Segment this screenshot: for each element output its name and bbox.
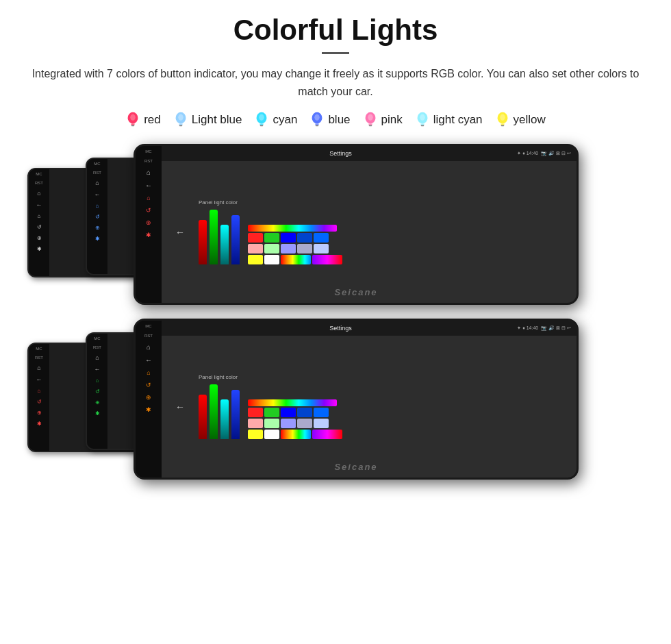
blue-bulb-icon xyxy=(309,111,325,129)
pink-bulb-icon xyxy=(363,111,378,129)
top-screens-group: MC RST ⌂ ← ⌂ ↺ ⊕ ✱ MC xyxy=(27,144,644,486)
panel-label-bottom: Panel light color xyxy=(199,374,342,380)
panel-label-top: Panel light color xyxy=(199,199,342,206)
svg-point-5 xyxy=(178,114,183,121)
bottom-screens-row: MC RST ⌂ ← ⌂ ↺ ⊕ ✱ MC xyxy=(27,319,644,486)
color-item-blue: blue xyxy=(309,111,350,129)
color-label-pink: pink xyxy=(381,113,403,127)
color-label-lightcyan: light cyan xyxy=(433,113,483,127)
svg-rect-4 xyxy=(179,125,182,127)
lightcyan-bulb-icon xyxy=(415,111,430,129)
color-item-yellow: yellow xyxy=(495,111,546,129)
svg-point-8 xyxy=(259,114,264,121)
svg-point-17 xyxy=(420,114,425,121)
page-title: Colorful Lights xyxy=(27,14,644,47)
color-item-cyan: cyan xyxy=(254,111,297,129)
yellow-bulb-icon xyxy=(495,111,510,129)
watermark-bottom: Seicane xyxy=(334,462,377,472)
color-item-pink: pink xyxy=(363,111,403,129)
screen-title-bottom: Settings xyxy=(167,325,514,332)
color-item-red: red xyxy=(125,111,161,129)
svg-point-2 xyxy=(130,114,135,121)
color-item-lightblue: Light blue xyxy=(173,111,242,129)
svg-rect-19 xyxy=(501,125,504,127)
svg-point-11 xyxy=(315,114,320,121)
page-wrapper: Colorful Lights Integrated with 7 colors… xyxy=(0,0,671,507)
screen-title-top: Settings xyxy=(167,150,514,157)
color-label-lightblue: Light blue xyxy=(192,113,242,127)
red-bulb-icon xyxy=(125,111,140,129)
color-item-lightcyan: light cyan xyxy=(415,111,483,129)
cyan-bulb-icon xyxy=(254,111,269,129)
watermark-top: Seicane xyxy=(334,287,377,297)
top-screens-row: MC RST ⌂ ← ⌂ ↺ ⊕ ✱ MC xyxy=(27,144,644,312)
svg-rect-16 xyxy=(420,125,424,127)
svg-rect-7 xyxy=(260,125,264,127)
svg-rect-13 xyxy=(368,125,372,127)
svg-point-14 xyxy=(368,114,372,121)
color-label-yellow: yellow xyxy=(514,113,546,127)
description: Integrated with 7 colors of button indic… xyxy=(27,65,644,100)
svg-rect-10 xyxy=(316,125,319,127)
svg-point-20 xyxy=(500,114,505,121)
lightblue-bulb-icon xyxy=(173,111,188,129)
color-label-red: red xyxy=(144,113,161,127)
bottom-screen-main: MC RST ⌂ ← ⌂ ↺ ⊕ ✱ Settings ✦ xyxy=(134,319,579,480)
color-label-cyan: cyan xyxy=(273,113,297,127)
svg-rect-1 xyxy=(131,125,135,127)
title-divider xyxy=(322,52,349,54)
color-label-blue: blue xyxy=(328,113,350,127)
top-screen-main: MC RST ⌂ ← ⌂ ↺ ⊕ ✱ Settings ✦ xyxy=(134,144,579,305)
color-row: red Light blue cyan xyxy=(27,111,644,129)
